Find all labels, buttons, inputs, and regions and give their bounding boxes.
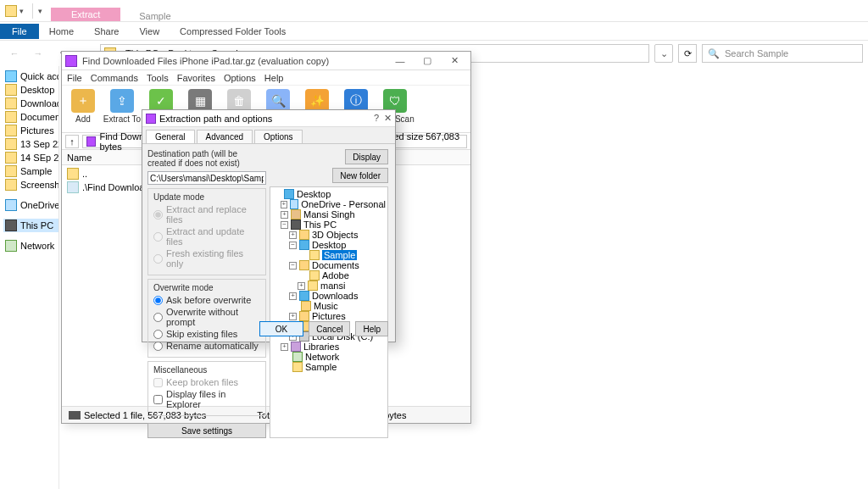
chevron-down-icon[interactable]: ▾ bbox=[38, 7, 42, 15]
cloud-icon bbox=[5, 199, 17, 211]
star-icon bbox=[5, 70, 17, 82]
close-button[interactable]: ✕ bbox=[442, 53, 467, 69]
refresh-button[interactable]: ⟳ bbox=[678, 44, 697, 63]
menu-item[interactable]: Tools bbox=[147, 73, 169, 83]
expand-icon[interactable]: + bbox=[281, 211, 288, 219]
nav-item[interactable]: Documents bbox=[3, 110, 58, 124]
new-folder-button[interactable]: New folder bbox=[332, 168, 388, 183]
expand-icon[interactable]: + bbox=[281, 201, 287, 208]
help-button[interactable]: Help bbox=[355, 321, 388, 336]
nav-item[interactable]: Downloads bbox=[3, 97, 58, 110]
chevron-down-icon[interactable]: ▾ bbox=[19, 7, 24, 15]
save-settings-button[interactable]: Save settings bbox=[147, 423, 266, 438]
dialog-title: Extraction path and options bbox=[159, 114, 370, 124]
ok-button[interactable]: OK bbox=[259, 321, 303, 336]
radio-extract-replace[interactable]: Extract and replace files bbox=[153, 203, 260, 225]
3d-objects-icon bbox=[299, 230, 309, 240]
radio-overwrite-noprompt[interactable]: Overwrite without prompt bbox=[153, 306, 260, 328]
expand-icon[interactable]: + bbox=[289, 292, 297, 300]
collapse-icon[interactable]: − bbox=[281, 221, 288, 229]
dest-path-label: Destination path (will be created if doe… bbox=[147, 149, 266, 168]
menu-item[interactable]: Commands bbox=[91, 73, 138, 83]
group-miscellaneous: Miscellaneous Keep broken files Display … bbox=[147, 361, 266, 416]
menu-item[interactable]: File bbox=[67, 73, 82, 83]
nav-item[interactable]: 13 Sep 22 bbox=[3, 137, 58, 151]
radio-rename-auto[interactable]: Rename automatically bbox=[153, 340, 260, 352]
nav-item[interactable]: Screenshots bbox=[3, 178, 58, 192]
add-button[interactable]: ＋Add bbox=[65, 89, 101, 124]
tab-compressed-tools[interactable]: Compressed Folder Tools bbox=[170, 24, 296, 39]
folder-icon bbox=[67, 168, 79, 180]
nav-item[interactable]: 14 SEp 22 bbox=[3, 151, 58, 164]
nav-pane: Quick access Desktop Downloads Documents… bbox=[0, 66, 59, 489]
desktop-icon bbox=[284, 189, 294, 199]
close-icon[interactable]: ✕ bbox=[384, 113, 392, 124]
radio-extract-update[interactable]: Extract and update files bbox=[153, 225, 260, 247]
expand-icon[interactable]: + bbox=[289, 313, 297, 320]
menu-item[interactable]: Help bbox=[264, 73, 284, 83]
tab-advanced[interactable]: Advanced bbox=[197, 130, 253, 143]
pictures-icon bbox=[299, 311, 309, 321]
expand-icon[interactable]: + bbox=[289, 231, 297, 239]
libraries-icon bbox=[291, 342, 301, 352]
winrar-window: Find Downloaded Files iPhone iPad.tar.gz… bbox=[61, 51, 471, 424]
folder-icon bbox=[5, 152, 17, 164]
address-chevron-icon[interactable]: ⌄ bbox=[654, 44, 673, 63]
nav-network[interactable]: Network bbox=[3, 239, 58, 253]
nav-item[interactable]: Desktop bbox=[3, 83, 58, 97]
search-input[interactable]: 🔍 Search Sample bbox=[702, 44, 863, 63]
music-icon bbox=[301, 301, 311, 311]
help-icon[interactable]: ? bbox=[374, 113, 379, 124]
minimize-button[interactable]: — bbox=[387, 53, 413, 69]
expand-icon[interactable]: + bbox=[281, 343, 288, 351]
tab-options[interactable]: Options bbox=[254, 130, 302, 143]
forward-button[interactable]: → bbox=[29, 44, 47, 63]
tab-home[interactable]: Home bbox=[39, 24, 84, 39]
folder-icon bbox=[5, 5, 17, 17]
drive-icon bbox=[69, 411, 81, 420]
explorer-titlebar: ▾ ▾ Extract Sample bbox=[0, 0, 868, 22]
folder-icon bbox=[5, 138, 17, 150]
dest-path-input[interactable] bbox=[147, 171, 266, 185]
nav-this-pc[interactable]: This PC bbox=[3, 219, 58, 232]
group-update-mode: Update mode Extract and replace files Ex… bbox=[147, 188, 266, 275]
add-icon: ＋ bbox=[71, 89, 95, 113]
cancel-button[interactable]: Cancel bbox=[309, 321, 350, 336]
winrar-icon bbox=[146, 114, 156, 124]
maximize-button[interactable]: ▢ bbox=[415, 53, 440, 69]
back-button[interactable]: ← bbox=[5, 44, 24, 63]
check-display-explorer[interactable]: Display files in Explorer bbox=[153, 388, 260, 410]
collapse-icon[interactable]: − bbox=[289, 242, 297, 249]
dialog-titlebar[interactable]: Extraction path and options ?✕ bbox=[142, 110, 395, 127]
nav-item[interactable]: Sample bbox=[3, 164, 58, 178]
radio-skip-existing[interactable]: Skip existing files bbox=[153, 328, 260, 340]
winrar-icon bbox=[65, 55, 77, 67]
search-icon: 🔍 bbox=[708, 48, 720, 59]
up-button[interactable]: ↑ bbox=[65, 135, 79, 148]
nav-item[interactable]: Pictures bbox=[3, 124, 58, 137]
tab-general[interactable]: General bbox=[146, 130, 195, 143]
search-placeholder: Search Sample bbox=[725, 48, 788, 58]
radio-fresh-only[interactable]: Fresh existing files only bbox=[153, 247, 260, 270]
collapse-icon[interactable]: − bbox=[289, 262, 297, 270]
tab-share[interactable]: Share bbox=[84, 24, 129, 39]
window-title: Find Downloaded Files iPhone iPad.tar.gz… bbox=[82, 56, 382, 66]
folder-icon bbox=[309, 250, 320, 260]
extraction-dialog: Extraction path and options ?✕ General A… bbox=[142, 109, 396, 342]
extract-to-button[interactable]: ⇪Extract To bbox=[104, 89, 140, 124]
expand-icon[interactable]: + bbox=[298, 282, 305, 290]
tree-node-selected[interactable]: Sample bbox=[272, 250, 386, 260]
display-button[interactable]: Display bbox=[345, 149, 388, 164]
nav-quick-access[interactable]: Quick access bbox=[3, 69, 58, 83]
menu-item[interactable]: Options bbox=[224, 73, 256, 83]
folder-icon bbox=[5, 111, 17, 123]
check-keep-broken[interactable]: Keep broken files bbox=[153, 376, 260, 388]
radio-ask-overwrite[interactable]: Ask before overwrite bbox=[153, 294, 260, 306]
winrar-titlebar[interactable]: Find Downloaded Files iPhone iPad.tar.gz… bbox=[62, 52, 470, 70]
file-menu[interactable]: File bbox=[0, 24, 39, 39]
nav-onedrive[interactable]: OneDrive - P bbox=[3, 198, 58, 212]
folder-tree[interactable]: Desktop +OneDrive - Personal +Mansi Sing… bbox=[270, 186, 388, 438]
menu-item[interactable]: Favorites bbox=[177, 73, 215, 83]
ribbon-context-tab[interactable]: Extract bbox=[51, 8, 120, 21]
tab-view[interactable]: View bbox=[129, 24, 170, 39]
